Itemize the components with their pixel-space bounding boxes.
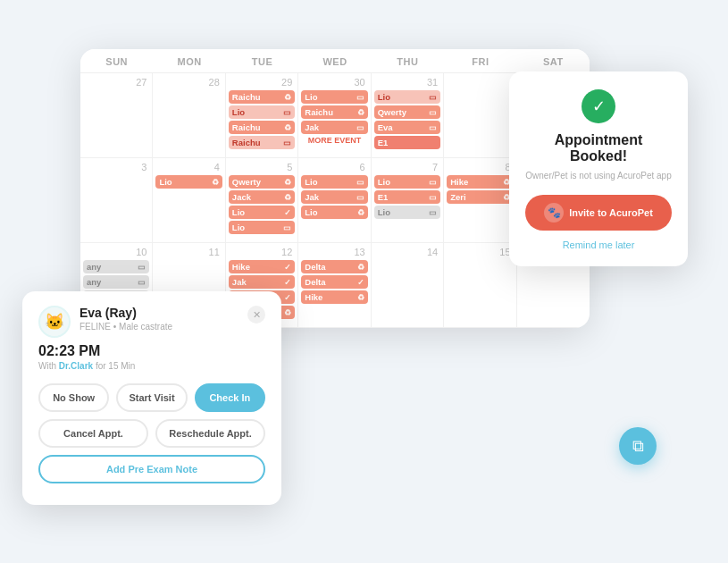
cal-date: 14 <box>374 247 440 257</box>
invite-icon: 🐾 <box>544 203 564 223</box>
cal-cell <box>444 73 516 158</box>
cal-cell: 7 Lio ▭ E1 ▭ Lio ▭ <box>372 158 444 243</box>
add-note-button[interactable]: Add Pre Exam Note <box>38 455 265 483</box>
cal-date: 28 <box>155 77 222 88</box>
invite-btn-label: Invite to AcuroPet <box>569 207 653 218</box>
calendar-header: SUN MON TUE WED THU FRI SAT <box>80 49 590 73</box>
cal-date: 12 <box>229 247 295 257</box>
cal-cell: 4 Lio ♻ <box>153 158 225 243</box>
pet-avatar: 🐱 <box>38 306 71 338</box>
cal-date: 5 <box>229 162 295 172</box>
event-chip[interactable]: Lio ✓ <box>229 206 295 219</box>
visit-time: 02:23 PM <box>38 343 265 359</box>
event-chip[interactable]: any ▭ <box>83 275 149 289</box>
event-chip[interactable]: Lio ▭ <box>374 175 440 189</box>
cancel-appt-button[interactable]: Cancel Appt. <box>38 419 148 448</box>
pet-name: Eva (Ray) <box>79 306 172 320</box>
cal-cell: 30 Lio ▭ Raichu ♻ Jak ▭ MORE EVENT <box>298 73 371 158</box>
event-chip[interactable]: Hike ♻ <box>447 175 513 189</box>
cal-cell: 5 Qwerty ♻ Jack ♻ Lio ✓ Lio ▭ <box>226 158 298 243</box>
event-chip[interactable]: Lio ▭ <box>374 206 440 219</box>
cal-date: 6 <box>301 162 367 172</box>
start-visit-button[interactable]: Start Visit <box>116 383 187 412</box>
cal-date: 11 <box>155 247 222 257</box>
event-chip[interactable]: Lio ▭ <box>229 105 295 119</box>
event-chip[interactable]: Hike ♻ <box>301 290 367 304</box>
cal-date: 7 <box>374 162 440 172</box>
doctor-name: Dr.Clark <box>59 361 93 371</box>
invite-btn[interactable]: 🐾 Invite to AcuroPet <box>525 195 672 231</box>
cal-day-sun: SUN <box>80 49 153 72</box>
cal-cell: 6 Lio ▭ Jak ▭ Lio ♻ <box>298 158 371 243</box>
event-chip[interactable]: Lio ♻ <box>301 206 367 219</box>
cal-cell: 27 <box>80 73 153 158</box>
visit-actions-secondary: Cancel Appt. Reschedule Appt. <box>38 419 265 448</box>
cal-date: 3 <box>83 162 149 172</box>
cal-cell: 31 Lio ▭ Qwerty ▭ Eva ▭ E1 <box>372 73 444 158</box>
event-chip[interactable]: Qwerty ♻ <box>229 175 295 189</box>
cal-date: 8 <box>447 162 513 172</box>
cal-day-mon: MON <box>153 49 225 72</box>
cal-cell: 13 Delta ♻ Delta ✓ Hike ♻ <box>298 243 371 328</box>
pet-visit-card: 🐱 Eva (Ray) FELINE • Male castrate ✕ 02:… <box>22 291 281 505</box>
remind-later-link[interactable]: Remind me later <box>525 239 672 250</box>
cal-date: 4 <box>155 162 222 172</box>
event-chip[interactable]: Jak ▭ <box>301 121 367 134</box>
event-chip[interactable]: Delta ✓ <box>301 275 367 289</box>
cal-date: 31 <box>374 77 440 88</box>
cal-cell: 28 <box>153 73 225 158</box>
event-chip[interactable]: any ▭ <box>83 260 149 273</box>
event-chip[interactable]: E1 <box>374 136 440 149</box>
cal-cell: 8 Hike ♻ Zeri ♻ <box>444 158 516 243</box>
event-chip[interactable]: Eva ▭ <box>374 121 440 134</box>
event-chip[interactable]: Lio ▭ <box>229 221 295 234</box>
cal-date: 10 <box>83 247 149 257</box>
event-chip[interactable]: E1 ▭ <box>374 190 440 204</box>
event-chip[interactable]: Hike ✓ <box>229 260 295 273</box>
appt-booked-subtitle: Owner/Pet is not using AcuroPet app <box>525 170 672 182</box>
fab-button[interactable]: ⧉ <box>619 427 657 465</box>
event-chip[interactable]: Lio ♻ <box>155 175 222 189</box>
event-chip[interactable]: Delta ♻ <box>301 260 367 273</box>
event-chip[interactable]: Jack ♻ <box>229 190 295 204</box>
event-chip[interactable]: Raichu ▭ <box>229 136 295 149</box>
event-chip[interactable]: Jak ▭ <box>301 190 367 204</box>
cal-date: 27 <box>83 77 149 88</box>
cal-cell: 15 <box>444 243 516 328</box>
reschedule-button[interactable]: Reschedule Appt. <box>155 419 265 448</box>
cal-day-thu: THU <box>372 49 444 72</box>
cal-day-fri: FRI <box>444 49 516 72</box>
appt-booked-card: ✓ Appointment Booked! Owner/Pet is not u… <box>509 71 688 266</box>
event-chip[interactable]: Qwerty ▭ <box>374 105 440 119</box>
appt-booked-title: Appointment Booked! <box>525 132 672 164</box>
event-chip[interactable]: Raichu ♻ <box>229 90 295 104</box>
checkmark-icon: ✓ <box>582 89 615 123</box>
cal-date: 13 <box>301 247 367 257</box>
visit-actions-primary: No Show Start Visit Check In <box>38 383 265 412</box>
event-chip[interactable]: Raichu ♻ <box>229 121 295 134</box>
event-chip[interactable]: Lio ▭ <box>301 175 367 189</box>
close-icon[interactable]: ✕ <box>247 306 265 324</box>
cal-date: 30 <box>301 77 367 88</box>
check-in-button[interactable]: Check In <box>195 383 265 412</box>
no-show-button[interactable]: No Show <box>38 383 109 412</box>
cal-date: 29 <box>229 77 295 88</box>
event-chip[interactable]: Jak ✓ <box>229 275 295 289</box>
event-chip[interactable]: Zeri ♻ <box>447 190 513 204</box>
pet-visit-header: 🐱 Eva (Ray) FELINE • Male castrate ✕ <box>38 306 265 338</box>
visit-with: With Dr.Clark for 15 Min <box>38 361 265 371</box>
cal-cell: 29 Raichu ♻ Lio ▭ Raichu ♻ Raichu ▭ <box>226 73 298 158</box>
event-chip[interactable]: Lio ▭ <box>301 90 367 104</box>
more-events[interactable]: MORE EVENT <box>301 136 367 145</box>
cal-date: 15 <box>447 247 513 257</box>
cal-day-wed: WED <box>298 49 371 72</box>
cal-cell: 3 <box>80 158 153 243</box>
cal-day-tue: TUE <box>226 49 298 72</box>
pet-info: Eva (Ray) FELINE • Male castrate <box>79 306 172 332</box>
cal-cell: 14 <box>372 243 444 328</box>
event-chip[interactable]: Raichu ♻ <box>301 105 367 119</box>
pet-breed: FELINE • Male castrate <box>79 322 172 332</box>
cal-day-sat: SAT <box>517 49 590 72</box>
fab-icon: ⧉ <box>632 437 644 456</box>
event-chip[interactable]: Lio ▭ <box>374 90 440 104</box>
